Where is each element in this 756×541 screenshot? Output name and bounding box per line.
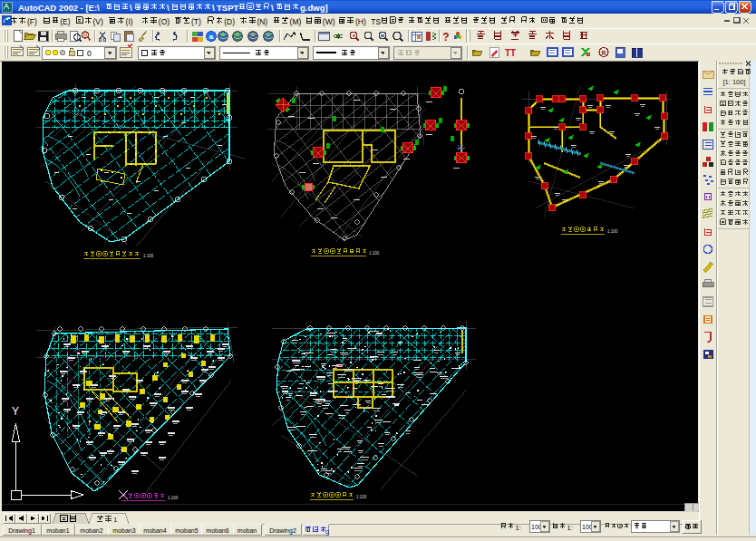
- svg-text:\: \: [212, 3, 215, 13]
- svg-text:TSPT: TSPT: [217, 3, 238, 13]
- svg-text:1:: 1:: [567, 524, 573, 532]
- svg-text:\: \: [130, 3, 132, 13]
- svg-text:\: \: [271, 3, 274, 13]
- svg-text:Drawing1: Drawing1: [8, 527, 35, 535]
- svg-text:(F): (F): [27, 17, 37, 26]
- svg-text:(H): (H): [355, 17, 366, 26]
- svg-text:moban1: moban1: [46, 527, 69, 534]
- svg-text:moban6: moban6: [206, 527, 228, 534]
- svg-text:TT: TT: [505, 48, 516, 58]
- svg-text:(E): (E): [60, 17, 71, 26]
- svg-text:(V): (V): [92, 17, 103, 26]
- svg-text:?: ?: [442, 31, 449, 43]
- svg-text:moban2: moban2: [80, 527, 102, 534]
- svg-text:R: R: [601, 50, 606, 56]
- svg-text:(T): (T): [191, 17, 201, 26]
- svg-text:(D): (D): [224, 17, 235, 26]
- svg-text:1:100: 1:100: [356, 495, 367, 499]
- svg-text:[1: 100]: [1: 100]: [722, 78, 745, 86]
- svg-text:AutoCAD 2002 - [E:\: AutoCAD 2002 - [E:\: [18, 3, 100, 13]
- svg-text:moban5: moban5: [175, 527, 198, 534]
- svg-text:0: 0: [87, 49, 92, 58]
- svg-text:1:: 1:: [516, 524, 521, 532]
- svg-text:g: g: [325, 527, 329, 536]
- svg-text:(O): (O): [159, 17, 170, 26]
- svg-text:(I): (I): [126, 17, 133, 26]
- svg-text:1:100: 1:100: [607, 229, 618, 234]
- svg-text:1:100: 1:100: [143, 254, 154, 258]
- svg-text:Y: Y: [12, 405, 19, 418]
- svg-text:(W): (W): [323, 17, 335, 26]
- svg-text:a: a: [209, 33, 214, 41]
- svg-text:1:100: 1:100: [369, 251, 380, 256]
- svg-text:moban: moban: [237, 527, 257, 534]
- svg-text:moban4: moban4: [143, 527, 166, 534]
- svg-text:g.dwg]: g.dwg]: [300, 3, 328, 13]
- svg-text:(M): (M): [290, 17, 302, 26]
- svg-text:moban3: moban3: [112, 527, 135, 534]
- svg-text:\: \: [167, 3, 170, 13]
- svg-text:TS: TS: [371, 17, 381, 26]
- svg-text:Drawing2: Drawing2: [269, 527, 296, 535]
- svg-text:1:100: 1:100: [168, 496, 179, 500]
- svg-text:(N): (N): [257, 17, 267, 26]
- svg-text:1: 1: [113, 516, 118, 524]
